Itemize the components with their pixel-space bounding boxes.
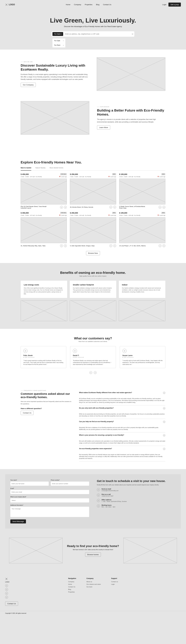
email-input[interactable]	[10, 490, 89, 494]
hero-title: Live Green, Live Luxuriously.	[5, 17, 181, 24]
listing-card[interactable]: $ 250,000NEW 7 beds · 5 baths · 1324 sqf…	[70, 173, 116, 209]
faq-answer: Absolutely! We have a database of eco-fr…	[79, 426, 165, 430]
nav-properties[interactable]: Properties	[85, 4, 92, 6]
send-button[interactable]: Send Message	[10, 520, 26, 524]
tab-nature[interactable]: Nature Nearby	[35, 167, 45, 170]
faq-diff-title: Have a different question?	[21, 408, 71, 410]
listing-card[interactable]: $ 250,000NEW 7 beds · 5 baths · 1324 sqf…	[70, 212, 116, 247]
fav-icon[interactable]	[60, 206, 63, 209]
footer-link[interactable]: Our mission and vision	[86, 584, 101, 585]
nav-home[interactable]: Home	[66, 4, 70, 6]
listing-card[interactable]: $ 450,000FOR SALE 4 beds · 3 baths · 197…	[21, 212, 67, 247]
collapse-icon[interactable]	[163, 421, 165, 423]
collapse-icon[interactable]	[163, 392, 165, 394]
tab-new[interactable]: New to market	[21, 167, 31, 170]
name-input[interactable]	[10, 482, 49, 486]
collapse-icon[interactable]	[163, 407, 165, 410]
fav-icon[interactable]	[109, 244, 112, 247]
benefits-sub: High-quality homes with low carbon impac…	[21, 275, 165, 277]
faq-item[interactable]: What makes EcoHaven Realty different fro…	[79, 390, 165, 405]
faq-question: Do you only work with eco-friendly prope…	[79, 407, 114, 410]
faq-answer: At EcoHaven Realty, we are committed to …	[79, 398, 165, 404]
email-label: Email*	[10, 488, 89, 489]
dropdown-rent[interactable]: For Rent›	[52, 43, 65, 48]
collapse-icon[interactable]	[163, 448, 165, 450]
share-icon[interactable]	[113, 206, 116, 208]
social-icon[interactable]	[5, 584, 8, 587]
prev-icon[interactable]	[89, 371, 92, 374]
login-link[interactable]: Login	[162, 4, 166, 6]
footer-link[interactable]: Contact us	[111, 581, 118, 582]
about-section: —— WHO WE ARE Discover Sustainable Luxur…	[0, 50, 186, 153]
footer-logo[interactable]: LOGO	[5, 578, 58, 583]
collapse-icon[interactable]	[163, 434, 165, 436]
search-input[interactable]	[64, 32, 129, 36]
faq-item[interactable]: Can you help me find an eco-friendly pro…	[79, 419, 165, 432]
footer-link[interactable]: Home	[68, 584, 76, 585]
listing-card[interactable]: $ 195,000NEW 3 beds · 2 baths · 1025 sqf…	[119, 212, 165, 247]
listing-card[interactable]: $ 195,000NEW 3 beds · 2 baths · 1025 sqf…	[119, 173, 165, 209]
our-company-button[interactable]: Our Company	[21, 83, 36, 87]
mission-body: The agency's mission is to provide clien…	[97, 118, 165, 123]
next-icon[interactable]	[94, 371, 97, 374]
faq-question: What makes EcoHaven Realty different fro…	[79, 392, 132, 394]
social-icon[interactable]	[5, 592, 8, 595]
message-input[interactable]	[10, 507, 89, 517]
close-icon[interactable]	[130, 33, 133, 35]
cta-button[interactable]: Browse homes	[85, 552, 101, 557]
address: Plot 16 Chief Nwuke Street, Trans Amadi …	[21, 206, 48, 209]
share-icon[interactable]	[162, 206, 165, 209]
tab-viewed[interactable]: Most viewed homes	[50, 167, 63, 170]
footer: LOGO Contact Us Navigation Company Home …	[0, 572, 186, 611]
share-icon[interactable]	[64, 244, 67, 247]
footer-link[interactable]: Blog	[68, 588, 76, 590]
benefits-images	[21, 300, 165, 321]
who-body: EcoHaven Realty is a real estate agency …	[21, 73, 89, 81]
benefit-title: Low energy costs	[24, 284, 64, 286]
faq-item[interactable]: What is your process for ensuring a prop…	[79, 432, 165, 446]
footer-company: Company About us Our mission and vision …	[86, 578, 101, 606]
share-icon[interactable]	[162, 244, 165, 247]
search-type-select[interactable]: For Sale ▾	[52, 32, 63, 36]
benefit-card: IndoorOur hybrid ventilation strategy in…	[119, 281, 165, 298]
faq-item[interactable]: Do you only work with eco-friendly prope…	[79, 405, 165, 419]
nav-company[interactable]: Company	[74, 4, 81, 6]
info-value: +2349 013 017 8337	[102, 495, 113, 497]
faq-contact-button[interactable]: Contact Us	[21, 411, 34, 415]
footer-link[interactable]: Login	[111, 584, 118, 585]
testi-nav	[21, 371, 165, 374]
learn-more-button[interactable]: Learn More	[97, 125, 110, 130]
about-select[interactable]	[10, 498, 89, 502]
phone-input[interactable]	[51, 482, 89, 486]
testi-title: What our customers say?	[21, 336, 165, 340]
footer-link[interactable]: Properties	[68, 591, 76, 593]
info-icon	[97, 499, 100, 502]
social-icon[interactable]	[5, 596, 8, 599]
fav-icon[interactable]	[159, 244, 161, 247]
faq-item[interactable]: Are eco-friendly properties more expensi…	[79, 446, 165, 461]
footer-link[interactable]: Our team	[86, 586, 101, 588]
social-icon[interactable]	[5, 588, 8, 591]
share-icon[interactable]	[64, 206, 67, 209]
contact-info-item: Give us a call+2349 013 017 8337	[97, 494, 176, 497]
footer-link[interactable]: Contact Us	[68, 586, 76, 588]
sell-button[interactable]: Sell a prop	[168, 2, 181, 6]
footer-link[interactable]: About us	[86, 581, 101, 582]
fav-icon[interactable]	[159, 206, 161, 209]
share-icon[interactable]	[113, 244, 116, 247]
fav-icon[interactable]	[109, 206, 112, 208]
info-label: Give us a call	[102, 494, 113, 495]
contact-sub: Kindly fill this form with your details …	[97, 484, 176, 486]
dropdown-sale[interactable]: For Sale›	[52, 38, 65, 43]
footer-link[interactable]: Company	[68, 581, 76, 582]
hero-sub: Discover the Advantages of Eco-Friendly …	[5, 26, 181, 28]
logo[interactable]: LOGO	[5, 3, 15, 6]
footer-contact-button[interactable]: Contact Us	[5, 602, 18, 606]
nav-contact[interactable]: Contact Us	[103, 4, 111, 6]
meta: 3 beds · 2 baths · 1025 sqft · Eco-frien…	[119, 215, 140, 216]
faq-question: Are eco-friendly properties more expensi…	[79, 448, 112, 450]
fav-icon[interactable]	[60, 244, 63, 247]
nav-blog[interactable]: Blog	[96, 4, 99, 6]
browse-button[interactable]: Browse Now	[86, 251, 100, 255]
listing-card[interactable]: $ 450,000FOR SALE 4 beds · 3 baths · 197…	[21, 173, 67, 209]
